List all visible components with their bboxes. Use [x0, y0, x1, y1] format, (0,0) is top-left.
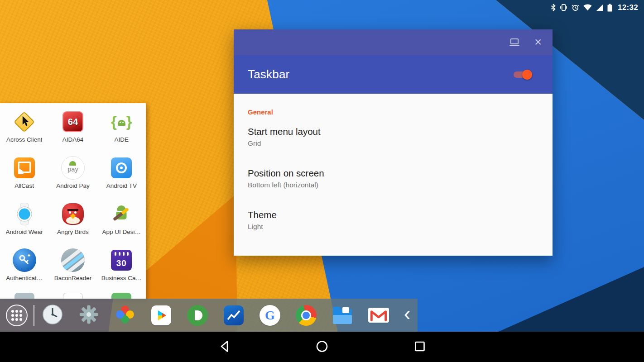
close-button[interactable]: ×	[534, 36, 542, 48]
app-aide[interactable]: {} AIDE	[97, 106, 146, 152]
app-android-pay[interactable]: pay Android Pay	[48, 152, 97, 198]
key-circle-icon	[12, 248, 37, 272]
setting-value: Light	[248, 222, 553, 232]
clock-app-button[interactable]	[34, 299, 71, 332]
file-manager-icon	[333, 309, 352, 324]
chrome-icon	[296, 305, 317, 326]
app-android-tv[interactable]: Android TV	[97, 152, 146, 198]
app-label: AIDA64	[62, 136, 84, 143]
red-bird-icon	[61, 202, 85, 226]
app-allcast[interactable]: AllCast	[0, 152, 48, 198]
file-manager-app-button[interactable]	[324, 299, 360, 332]
chart-app-icon	[224, 305, 244, 325]
toggle-thumb	[522, 70, 532, 80]
clock-icon	[42, 304, 63, 326]
app-business-calendar[interactable]: 30 Business Ca…	[97, 244, 146, 291]
photos-app-button[interactable]	[107, 299, 143, 332]
partial-app-row	[0, 293, 146, 299]
wifi-icon	[583, 4, 592, 11]
taskbar-settings-window: × Taskbar General Start menu layout Grid…	[234, 29, 553, 256]
chart-app-button[interactable]	[216, 299, 252, 332]
chrome-app-button[interactable]	[288, 299, 324, 332]
app-android-wear[interactable]: Android Wear	[0, 198, 48, 244]
app-label: Android Wear	[6, 229, 43, 235]
app-label: BaconReader	[54, 275, 92, 281]
setting-value: Grid	[248, 138, 553, 148]
bacon-circle-icon	[61, 248, 85, 272]
pushbullet-app-button[interactable]	[179, 299, 216, 332]
google-app-button[interactable]: G	[252, 299, 288, 332]
partial-app-icon[interactable]	[97, 293, 145, 299]
app-label: Android Pay	[56, 182, 90, 189]
taskbar: G ‹	[0, 299, 418, 332]
chevron-left-icon: ‹	[404, 304, 411, 324]
window-header: Taskbar	[234, 55, 553, 94]
app-label: Across Client	[6, 136, 43, 143]
pay-circle-icon: pay	[61, 156, 85, 180]
start-menu: Across Client 64 AIDA64 {} AIDE AllCast	[0, 103, 146, 299]
collapse-taskbar-button[interactable]: ‹	[397, 299, 418, 332]
alarm-icon	[572, 4, 579, 11]
app-app-ui-designer[interactable]: App UI Desi…	[97, 198, 146, 244]
play-store-icon	[151, 305, 171, 325]
app-angry-birds[interactable]: Angry Birds	[48, 198, 97, 244]
watch-icon	[12, 202, 37, 226]
setting-start-menu-layout[interactable]: Start menu layout Grid	[248, 125, 553, 148]
home-button[interactable]	[315, 339, 329, 354]
screen: 12:32 × Taskbar General Start menu layou…	[0, 0, 644, 362]
window-titlebar: ×	[234, 29, 553, 55]
android-paintbrush-icon	[109, 202, 134, 226]
setting-title: Start menu layout	[248, 125, 553, 138]
battery-icon	[607, 4, 612, 12]
setting-position-on-screen[interactable]: Position on screen Bottom left (horizont…	[248, 167, 553, 190]
partial-app-icon[interactable]	[0, 293, 48, 299]
setting-title: Theme	[248, 209, 553, 221]
back-button[interactable]	[218, 339, 232, 354]
google-g-icon: G	[260, 305, 280, 326]
bluetooth-icon	[551, 4, 556, 11]
photos-pinwheel-icon	[115, 304, 135, 326]
settings-list: General Start menu layout Grid Position …	[234, 94, 553, 256]
app-label: Authenticat…	[6, 275, 43, 281]
page-title: Taskbar	[248, 67, 289, 81]
apps-grid-icon	[6, 305, 28, 326]
app-label: AllCast	[14, 182, 34, 189]
play-store-app-button[interactable]	[143, 299, 179, 332]
partial-app-icon[interactable]	[48, 293, 97, 299]
setting-value: Bottom left (horizontal)	[248, 180, 553, 190]
app-grid: Across Client 64 AIDA64 {} AIDE AllCast	[0, 103, 146, 291]
app-label: Business Ca…	[101, 275, 142, 281]
app-baconreader[interactable]: BaconReader	[48, 244, 97, 291]
gmail-icon	[368, 308, 389, 323]
status-bar: 12:32	[0, 0, 644, 15]
app-label: Android TV	[106, 182, 137, 189]
app-authenticator[interactable]: Authenticat…	[0, 244, 48, 291]
maximize-button[interactable]	[509, 38, 520, 47]
pushbullet-icon	[187, 305, 208, 326]
settings-app-button[interactable]	[71, 299, 107, 332]
taskbar-enabled-toggle[interactable]	[514, 71, 531, 78]
blue-tv-icon	[109, 156, 134, 180]
app-label: Angry Birds	[57, 229, 89, 235]
app-label: App UI Desi…	[102, 229, 141, 235]
clock-time: 12:32	[618, 3, 638, 12]
recents-button[interactable]	[413, 339, 427, 354]
setting-theme[interactable]: Theme Light	[248, 209, 553, 232]
signal-icon	[596, 4, 603, 11]
android-braces-icon: {}	[109, 110, 134, 134]
app-aida64[interactable]: 64 AIDA64	[48, 106, 97, 152]
cast-screen-icon	[12, 156, 37, 180]
road-sign-cursor-icon	[12, 110, 37, 134]
section-header-general: General	[248, 108, 553, 116]
all-apps-button[interactable]	[0, 299, 34, 332]
app-label: AIDE	[115, 136, 129, 143]
app-across-client[interactable]: Across Client	[0, 106, 48, 152]
vibrate-icon	[560, 4, 567, 11]
gmail-app-button[interactable]	[360, 299, 397, 332]
setting-title: Position on screen	[248, 167, 553, 179]
calendar-icon: 30	[109, 248, 134, 272]
red-square-icon: 64	[61, 110, 85, 134]
navigation-bar	[0, 332, 644, 362]
settings-gear-icon	[79, 305, 99, 326]
